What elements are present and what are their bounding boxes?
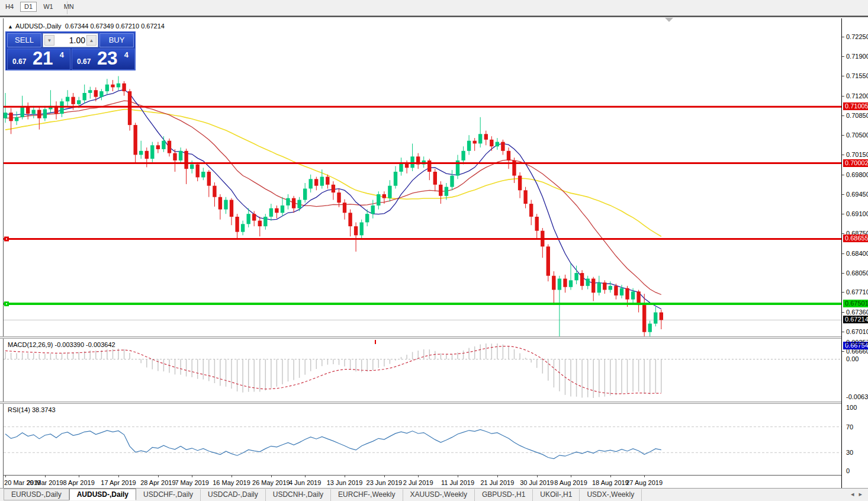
chart-tab-bar: EURUSD-,DailyAUDUSD-,DailyUSDCHF-,DailyU… bbox=[0, 488, 868, 501]
tab-gbpusd-h1[interactable]: GBPUSD-,H1 bbox=[475, 489, 533, 501]
price-tick-label: 0.72250 bbox=[846, 33, 868, 40]
mt4-application: H4D1W1MN ▲AUDUSD-,Daily 0.67344 0.67349 … bbox=[0, 0, 868, 501]
date-tick-label: 29 Mar 2019 bbox=[27, 479, 63, 486]
date-tick-label: 8 Apr 2019 bbox=[63, 479, 95, 486]
macd-axis-label: 0.00 bbox=[846, 355, 859, 362]
price-tick-mark bbox=[842, 312, 844, 313]
macd-pane[interactable]: MACD(12,26,9) -0.003390 -0.003642 bbox=[3, 339, 841, 402]
sell-button[interactable]: SELL bbox=[7, 33, 41, 47]
main-chart-pane[interactable]: ▲AUDUSD-,Daily 0.67344 0.67349 0.67210 0… bbox=[3, 18, 841, 336]
date-axis[interactable]: 20 Mar 201929 Mar 20198 Apr 201917 Apr 2… bbox=[3, 475, 841, 489]
timeframe-button-mn[interactable]: MN bbox=[60, 2, 78, 12]
level-price-label: 0.67501 bbox=[843, 300, 868, 307]
date-tick-mark bbox=[345, 476, 345, 477]
date-tick-label: 26 May 2019 bbox=[252, 479, 290, 486]
sell-price-prefix: 0.67 bbox=[12, 57, 26, 66]
current-price-label: 0.67214 bbox=[843, 316, 868, 323]
tab-ukoil-h1[interactable]: UKOil-,H1 bbox=[533, 489, 580, 501]
price-tick-mark bbox=[842, 292, 844, 293]
price-tick-label: 0.70500 bbox=[846, 131, 868, 139]
price-tick-mark bbox=[842, 37, 844, 37]
price-tick-label: 0.67360 bbox=[846, 309, 868, 316]
sell-price-pipette: 4 bbox=[60, 50, 64, 59]
price-tick-mark bbox=[842, 155, 844, 155]
date-tick-mark bbox=[45, 476, 46, 477]
price-tick-mark bbox=[842, 273, 844, 274]
price-tick-mark bbox=[842, 115, 844, 116]
rsi-axis-label: 30 bbox=[846, 449, 853, 456]
date-tick-mark bbox=[571, 476, 571, 477]
level-price-label: 0.70002 bbox=[843, 159, 868, 167]
price-tick-mark bbox=[842, 194, 844, 195]
price-tick-mark bbox=[842, 76, 844, 76]
tab-scroll-arrows: ◂▸ bbox=[848, 490, 864, 498]
timeframe-button-w1[interactable]: W1 bbox=[39, 2, 57, 12]
volume-input[interactable] bbox=[56, 34, 85, 46]
volume-decrease-icon[interactable]: ▼ bbox=[44, 35, 54, 46]
tab-xauusd-weekly[interactable]: XAUUSD-,Weekly bbox=[403, 489, 475, 501]
date-tick-mark bbox=[644, 476, 645, 477]
toolbar-separator bbox=[67, 1, 67, 14]
one-click-trade-panel: SELL ▼ ▲ BUY 0.67 21 4 0.67 23 4 bbox=[5, 31, 136, 70]
date-tick-label: 7 May 2019 bbox=[175, 479, 208, 486]
macd-label: MACD(12,26,9) -0.003390 -0.003642 bbox=[8, 341, 115, 348]
timeframe-button-h4[interactable]: H4 bbox=[1, 2, 18, 12]
rsi-axis-label: 0 bbox=[846, 467, 850, 474]
tab-audusd-daily[interactable]: AUDUSD-,Daily bbox=[69, 489, 136, 500]
date-tick-mark bbox=[305, 476, 306, 477]
price-tick-mark bbox=[842, 96, 844, 97]
price-tick-label: 0.70150 bbox=[846, 151, 868, 158]
price-tick-mark bbox=[842, 332, 844, 332]
volume-increase-icon[interactable]: ▲ bbox=[86, 35, 97, 46]
price-tick-mark bbox=[842, 351, 844, 352]
date-tick-label: 2 Jul 2019 bbox=[403, 479, 433, 486]
date-tick-mark bbox=[610, 476, 611, 477]
collapse-panel-icon[interactable]: ▲ bbox=[8, 24, 13, 30]
date-tick-label: 17 Apr 2019 bbox=[101, 479, 136, 486]
tab-usdchf-daily[interactable]: USDCHF-,Daily bbox=[136, 489, 201, 501]
date-tick-label: 13 Jun 2019 bbox=[327, 479, 363, 486]
window-splitter-icon[interactable] bbox=[665, 18, 673, 22]
volume-box: ▼ ▲ bbox=[43, 33, 98, 47]
price-tick-label: 0.71900 bbox=[846, 53, 868, 60]
buy-quote-button[interactable]: 0.67 23 4 bbox=[72, 49, 135, 70]
price-tick-label: 0.67710 bbox=[846, 288, 868, 296]
date-tick-mark bbox=[232, 476, 232, 477]
price-tick-label: 0.69800 bbox=[846, 171, 868, 178]
tab-scroll-left-icon[interactable]: ◂ bbox=[848, 490, 857, 497]
tab-usdcnh-daily[interactable]: USDCNH-,Daily bbox=[266, 489, 331, 501]
timeframe-button-d1[interactable]: D1 bbox=[20, 2, 37, 12]
price-tick-label: 0.71200 bbox=[846, 92, 868, 99]
tab-scroll-right-icon[interactable]: ▸ bbox=[856, 490, 864, 497]
price-tick-label: 0.69100 bbox=[846, 210, 868, 217]
price-axis[interactable]: 0.722500.719000.715500.712000.708500.705… bbox=[841, 18, 868, 489]
timeframe-toolbar: H4D1W1MN bbox=[0, 0, 868, 16]
sell-quote-button[interactable]: 0.67 21 4 bbox=[7, 49, 70, 70]
buy-price-pipette: 4 bbox=[124, 50, 128, 59]
date-tick-label: 8 Aug 2019 bbox=[554, 479, 587, 486]
rsi-pane[interactable]: RSI(14) 38.3743 bbox=[3, 404, 841, 475]
price-tick-label: 0.71550 bbox=[846, 72, 868, 79]
level-price-label: 0.71005 bbox=[843, 102, 868, 110]
date-tick-mark bbox=[79, 476, 79, 477]
date-tick-mark bbox=[458, 476, 458, 477]
date-tick-mark bbox=[5, 476, 6, 477]
date-tick-mark bbox=[497, 476, 498, 477]
chart-tabs: EURUSD-,DailyAUDUSD-,DailyUSDCHF-,DailyU… bbox=[0, 489, 642, 499]
chart-window: ▲AUDUSD-,Daily 0.67344 0.67349 0.67210 0… bbox=[0, 16, 868, 487]
trade-panel-row: SELL ▼ ▲ BUY bbox=[7, 33, 134, 47]
ohlc-values: 0.67344 0.67349 0.67210 0.67214 bbox=[65, 23, 165, 30]
macd-axis-label: -0.006326 bbox=[846, 393, 868, 400]
date-tick-label: 23 Jun 2019 bbox=[367, 479, 403, 486]
date-tick-label: 27 Aug 2019 bbox=[626, 479, 663, 486]
price-tick-label: 0.68400 bbox=[846, 250, 868, 257]
tab-eurusd-daily[interactable]: EURUSD-,Daily bbox=[4, 489, 69, 500]
date-tick-label: 16 May 2019 bbox=[213, 479, 250, 486]
price-tick-label: 0.69450 bbox=[846, 191, 868, 198]
date-tick-label: 28 Apr 2019 bbox=[140, 479, 175, 486]
buy-button[interactable]: BUY bbox=[99, 33, 134, 47]
price-tick-label: 0.68050 bbox=[846, 269, 868, 277]
tab-usdx-weekly[interactable]: USDX-,Weekly bbox=[580, 489, 642, 501]
tab-eurchf-weekly[interactable]: EURCHF-,Weekly bbox=[331, 489, 403, 501]
tab-usdcad-daily[interactable]: USDCAD-,Daily bbox=[201, 489, 266, 501]
